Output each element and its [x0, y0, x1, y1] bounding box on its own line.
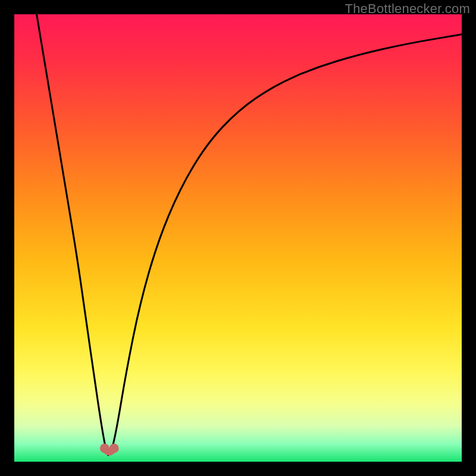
optimum-marker-right — [109, 443, 119, 453]
plot-area — [14, 14, 462, 462]
curve-layer — [14, 14, 462, 462]
optimum-marker-left — [100, 443, 109, 453]
curve-right-branch — [108, 35, 462, 455]
curve-left-branch — [37, 14, 108, 455]
outer-frame: TheBottlenecker.com — [0, 0, 476, 476]
